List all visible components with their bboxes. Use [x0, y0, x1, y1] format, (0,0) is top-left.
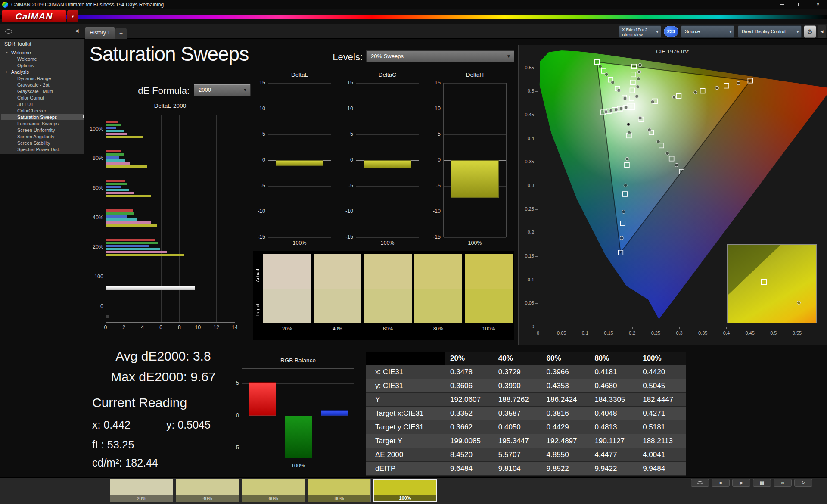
sidebar-item[interactable]: Screen Stability — [1, 140, 84, 146]
gridline — [268, 212, 331, 212]
levels-dropdown[interactable]: 20% Sweeps ▼ — [366, 50, 514, 62]
sidebar-item[interactable]: Options — [1, 62, 84, 68]
current-fl-value: fL: 53.25 — [92, 439, 134, 451]
pattern-button-60%[interactable]: 60% — [242, 479, 305, 502]
y-tick-label: -15 — [425, 234, 441, 241]
cie-y-tick-label: 0.45 — [517, 112, 534, 118]
deltae-bar — [106, 136, 143, 138]
gridline — [356, 237, 419, 238]
source-dropdown[interactable]: Source ▼ — [681, 25, 734, 38]
sidebar-item[interactable]: Grayscale - Multi — [1, 88, 84, 94]
table-row: Target y:CIE310.36620.40500.44290.48130.… — [366, 420, 686, 434]
cie-x-tick-label: 0 — [529, 330, 547, 336]
deltae-bar — [106, 254, 184, 256]
actual-swatch — [314, 254, 361, 289]
inset-measured-marker — [797, 301, 801, 305]
pattern-button-20%[interactable]: 20% — [110, 479, 173, 502]
transport-loop-button[interactable]: ∞ — [774, 479, 792, 487]
layout-oval-icon[interactable] — [5, 29, 12, 34]
gridline — [179, 115, 180, 322]
measured-point-marker — [624, 184, 627, 187]
measured-point-marker — [672, 96, 676, 99]
gridline — [268, 83, 331, 84]
de-formula-dropdown[interactable]: 2000 ▼ — [194, 84, 251, 96]
chevron-down-icon: ▼ — [656, 30, 659, 34]
transport-refresh-button[interactable]: ↻ — [794, 479, 812, 487]
target-swatch — [263, 289, 311, 323]
transport-stop-button[interactable]: ■ — [712, 479, 730, 487]
white-point-marker — [627, 123, 630, 126]
cie-x-tick-label: 0.5 — [765, 330, 782, 336]
sidebar-section[interactable]: ▸Welcome — [1, 49, 84, 56]
measured-point-marker — [737, 81, 740, 85]
meter-status-badge: 233 — [664, 26, 678, 37]
sidebar-section[interactable]: ▸Analysis — [1, 68, 84, 75]
table-row: Target x:CIE310.33520.35870.38160.40480.… — [366, 407, 686, 420]
measured-point-marker — [625, 106, 628, 109]
cie-x-tick-label: 0.55 — [788, 330, 805, 336]
table-row-label: Target x:CIE31 — [366, 407, 445, 420]
panel-collapse-icon[interactable]: ◀ — [818, 25, 826, 38]
y-tick-label: 15 — [250, 80, 265, 87]
sidebar-item[interactable]: Screen Uniformity — [1, 127, 84, 133]
pattern-button-100%[interactable]: 100% — [373, 479, 437, 502]
calman-logo: CalMAN — [2, 10, 66, 22]
cie-y-tick-label: 0.15 — [517, 253, 534, 259]
table-cell: 0.4181 — [589, 365, 637, 379]
deltae-bar — [106, 251, 167, 253]
cie-tick — [703, 327, 703, 329]
logo-menu-arrow-icon[interactable]: ▼ — [67, 10, 78, 22]
table-row-label: Target y:CIE31 — [366, 420, 445, 434]
deltae-bar — [106, 186, 121, 188]
y-tick-label: -15 — [250, 234, 265, 241]
actual-swatch — [263, 254, 311, 289]
pattern-button-80%[interactable]: 80% — [308, 479, 371, 502]
sidebar-collapse-icon[interactable]: ◀ — [75, 28, 78, 34]
maximize-button[interactable] — [791, 0, 809, 9]
tree-expand-icon: ▸ — [6, 70, 11, 74]
gridline — [143, 115, 143, 322]
table-cell: 0.4353 — [541, 379, 590, 392]
transport-pause-button[interactable]: ▮▮ — [753, 479, 771, 487]
minimize-button[interactable] — [773, 0, 791, 9]
deltae-bar — [106, 192, 134, 194]
pattern-button-40%[interactable]: 40% — [176, 479, 239, 502]
sidebar-item[interactable]: Spectral Power Dist. — [1, 146, 84, 152]
cie-tick — [679, 327, 680, 329]
table-row-label: Target Y — [366, 434, 445, 448]
sidebar-item[interactable]: Luminance Sweeps — [1, 120, 84, 127]
measured-point-marker — [638, 63, 642, 67]
deltae-y-label: 100 — [84, 274, 103, 280]
sidebar-item[interactable]: Screen Angularity — [1, 133, 84, 140]
table-row: dEITP9.64849.81049.85229.94229.9484 — [366, 462, 686, 476]
workflow-tree: ▸WelcomeWelcomeOptions▸AnalysisDynamic R… — [1, 49, 84, 152]
deltae-x-tick-label: 2 — [118, 324, 131, 331]
sidebar-item[interactable]: Grayscale - 2pt — [1, 81, 84, 88]
deltae-bar — [106, 153, 124, 156]
measured-point-marker — [715, 86, 719, 90]
display-control-dropdown[interactable]: Direct Display Control ▼ — [738, 25, 802, 38]
gridline — [268, 186, 331, 187]
close-button[interactable]: × — [809, 0, 827, 9]
table-row-label: y: CIE31 — [366, 379, 445, 392]
sidebar-item[interactable]: ColorChecker — [1, 107, 84, 114]
sidebar-item[interactable]: Dynamic Range — [1, 75, 84, 81]
gridline — [161, 115, 162, 322]
settings-gear-icon[interactable]: ⚙ — [804, 25, 816, 38]
sidebar-item[interactable]: Welcome — [1, 56, 84, 62]
meter-dropdown[interactable]: X-Rite i1Pro 2 Direct View ▼ — [619, 25, 661, 38]
cie-tick — [774, 327, 774, 329]
sidebar-item[interactable]: Color Gamut — [1, 94, 84, 101]
table-cell: 0.5181 — [637, 420, 686, 434]
transport-oval-button[interactable] — [691, 479, 709, 487]
y-tick-label: 5 — [338, 131, 353, 138]
transport-play-button[interactable]: ▶ — [732, 479, 750, 487]
sidebar-item[interactable]: Saturation Sweeps — [1, 114, 84, 120]
y-tick-label: -10 — [250, 208, 265, 215]
sidebar-item[interactable]: 3D LUT — [1, 101, 84, 107]
table-cell: 199.0085 — [445, 434, 493, 448]
gridline — [268, 134, 331, 135]
tab-history-1[interactable]: History 1 — [85, 27, 115, 39]
deltae-bar — [106, 195, 151, 197]
add-tab-button[interactable]: + — [115, 28, 127, 39]
